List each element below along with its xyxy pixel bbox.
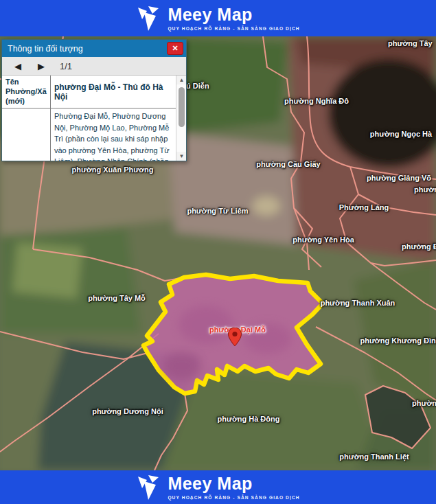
prev-page-button[interactable]: ◀	[10, 60, 25, 72]
meey-map-logo-footer[interactable]: Meey Map QUY HOẠCH RÕ RÀNG - SẴN SÀNG GI…	[136, 474, 299, 501]
object-attributes-table: Tên Phường/Xã (mới) phường Đại Mỗ - Thủ …	[2, 76, 176, 161]
meey-map-bird-icon	[136, 474, 161, 501]
panel-title: Thông tin đối tượng	[8, 44, 83, 54]
map-marker-pin[interactable]	[228, 328, 242, 347]
brand-name: Meey Map	[168, 474, 299, 492]
scroll-up-icon[interactable]: ▲	[176, 76, 186, 84]
scroll-down-icon[interactable]: ▼	[176, 152, 186, 161]
meey-map-app: Meey Map QUY HOẠCH RÕ RÀNG - SẴN SÀNG GI…	[0, 0, 436, 504]
brand-name: Meey Map	[168, 5, 299, 23]
panel-title-bar: Thông tin đối tượng ✕	[2, 40, 186, 57]
meey-map-bird-icon	[136, 5, 161, 32]
attr-name-label: Tên Phường/Xã (mới)	[2, 76, 51, 108]
meey-map-logo[interactable]: Meey Map QUY HOẠCH RÕ RÀNG - SẴN SÀNG GI…	[136, 5, 299, 32]
object-info-panel: Thông tin đối tượng ✕ ◀ ▶ 1/1 Tên Phường…	[1, 39, 187, 161]
panel-body: Tên Phường/Xã (mới) phường Đại Mỗ - Thủ …	[2, 76, 186, 161]
brand-tagline: QUY HOẠCH RÕ RÀNG - SẴN SÀNG GIAO DỊCH	[168, 26, 299, 31]
scrollbar-thumb[interactable]	[179, 87, 185, 127]
panel-scrollbar[interactable]: ▲ ▼	[176, 76, 186, 161]
next-page-button[interactable]: ▶	[34, 60, 49, 72]
attr-name-value: phường Đại Mỗ - Thủ đô Hà Nội	[51, 76, 176, 108]
page-indicator: 1/1	[60, 61, 72, 71]
top-brand-bar: Meey Map QUY HOẠCH RÕ RÀNG - SẴN SÀNG GI…	[0, 0, 436, 36]
bottom-brand-bar: Meey Map QUY HOẠCH RÕ RÀNG - SẴN SÀNG GI…	[0, 470, 436, 504]
panel-pagination-bar: ◀ ▶ 1/1	[2, 57, 186, 76]
brand-tagline: QUY HOẠCH RÕ RÀNG - SẴN SÀNG GIAO DỊCH	[168, 495, 299, 500]
attr-desc-value: Phường Đại Mỗ, Phường Dương Nội, Phường …	[51, 108, 176, 161]
close-icon[interactable]: ✕	[167, 42, 183, 55]
attr-desc-label	[2, 108, 51, 161]
